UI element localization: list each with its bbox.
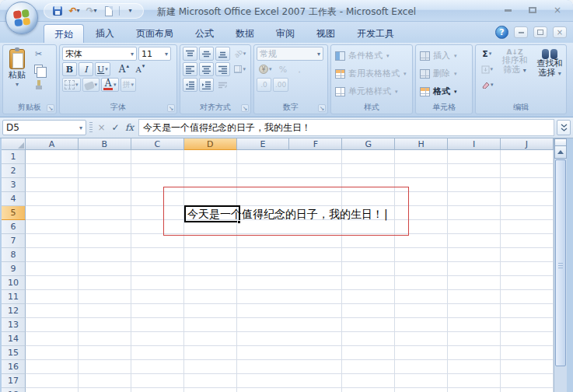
expand-formula-bar-button[interactable] xyxy=(557,120,571,135)
maximize-button[interactable] xyxy=(525,5,540,16)
orientation-button[interactable]: ab▾ xyxy=(232,47,248,61)
number-dialog-launcher[interactable]: ↘ xyxy=(318,104,326,112)
align-left-button[interactable] xyxy=(183,62,197,76)
row-header-13[interactable]: 13 xyxy=(2,318,26,332)
clear-button[interactable]: ▾ xyxy=(478,78,496,92)
column-header-A[interactable]: A xyxy=(26,138,79,150)
close-button[interactable]: × xyxy=(550,5,565,16)
scrollbar-thumb[interactable] xyxy=(555,159,566,366)
row-header-12[interactable]: 12 xyxy=(2,304,26,318)
row-header-15[interactable]: 15 xyxy=(2,346,26,360)
conditional-formatting-button[interactable]: 条件格式▾ xyxy=(334,48,410,63)
underline-button[interactable]: U▾ xyxy=(95,62,110,76)
copy-button[interactable] xyxy=(31,62,46,76)
ribbon-minimize-button[interactable] xyxy=(514,26,528,38)
phonetic-button[interactable]: 拼▾ xyxy=(121,78,137,92)
alignment-dialog-launcher[interactable]: ↘ xyxy=(241,104,249,112)
insert-cells-button[interactable]: 插入▾ xyxy=(418,48,470,63)
font-color-button[interactable]: A▾ xyxy=(101,78,119,92)
fill-color-button[interactable]: ▾ xyxy=(82,78,100,92)
number-format-combo[interactable]: 常规▾ xyxy=(257,47,323,61)
column-header-F[interactable]: F xyxy=(289,138,342,150)
formula-bar-gripper[interactable] xyxy=(89,122,93,133)
cell-styles-button[interactable]: 单元格样式▾ xyxy=(334,84,410,99)
clipboard-dialog-launcher[interactable]: ↘ xyxy=(47,104,54,112)
cut-button[interactable]: ✂ xyxy=(31,47,46,61)
align-center-button[interactable] xyxy=(199,62,214,76)
wrap-text-button[interactable] xyxy=(215,78,230,92)
column-header-G[interactable]: G xyxy=(342,138,395,150)
row-header-17[interactable]: 17 xyxy=(2,374,26,388)
ribbon-restore-button[interactable] xyxy=(533,26,547,38)
row-header-5[interactable]: 5 xyxy=(2,206,26,220)
fill-button[interactable]: ▾ xyxy=(478,62,496,76)
align-bottom-button[interactable] xyxy=(215,47,230,61)
insert-function-button[interactable]: fx xyxy=(123,120,136,135)
borders-button[interactable]: ▾ xyxy=(62,78,81,92)
ribbon-close-button[interactable]: × xyxy=(553,26,567,38)
row-header-8[interactable]: 8 xyxy=(2,248,26,262)
paste-button[interactable]: 粘贴 ▾ xyxy=(5,47,29,100)
align-top-button[interactable] xyxy=(183,47,197,61)
bold-button[interactable]: B xyxy=(62,62,77,76)
row-header-11[interactable]: 11 xyxy=(2,290,26,304)
column-header-C[interactable]: C xyxy=(131,138,184,150)
row-header-14[interactable]: 14 xyxy=(2,332,26,346)
row-header-7[interactable]: 7 xyxy=(2,234,26,248)
sort-filter-button[interactable]: A↓Z 排序和筛选 ▾ xyxy=(499,47,531,100)
row-header-2[interactable]: 2 xyxy=(2,164,26,178)
column-header-H[interactable]: H xyxy=(395,138,448,150)
column-header-D[interactable]: D xyxy=(184,138,237,150)
font-size-combo[interactable]: 11▾ xyxy=(138,47,171,61)
save-button[interactable] xyxy=(51,5,64,17)
increase-indent-button[interactable] xyxy=(199,78,214,92)
help-button[interactable]: ? xyxy=(495,26,508,39)
row-header-10[interactable]: 10 xyxy=(2,276,26,290)
undo-button[interactable]: ↶▾ xyxy=(68,5,81,17)
grow-font-button[interactable]: A▴ xyxy=(117,62,131,76)
tab-开发工具[interactable]: 开发工具 xyxy=(347,24,404,43)
select-all-corner[interactable] xyxy=(2,138,26,150)
row-header-18[interactable]: 18 xyxy=(2,388,26,392)
column-header-E[interactable]: E xyxy=(237,138,290,150)
name-box[interactable]: D5 ▾ xyxy=(2,120,86,135)
scroll-up-button[interactable] xyxy=(554,146,567,159)
delete-cells-button[interactable]: 删除▾ xyxy=(418,66,470,81)
row-header-1[interactable]: 1 xyxy=(2,150,26,164)
enter-button[interactable]: ✓ xyxy=(109,120,122,135)
format-cells-button[interactable]: 格式▾ xyxy=(418,84,470,99)
autosum-button[interactable]: Σ▾ xyxy=(478,47,496,61)
decrease-decimal-button[interactable]: .00 xyxy=(273,78,288,92)
office-button[interactable] xyxy=(5,2,38,34)
percent-button[interactable]: % xyxy=(276,62,291,76)
tab-数据[interactable]: 数据 xyxy=(225,24,264,43)
tab-视图[interactable]: 视图 xyxy=(306,24,345,43)
row-header-3[interactable]: 3 xyxy=(2,178,26,192)
cancel-button[interactable]: × xyxy=(95,120,108,135)
tab-页面布局[interactable]: 页面布局 xyxy=(126,24,183,43)
italic-button[interactable]: I xyxy=(79,62,93,76)
format-painter-button[interactable] xyxy=(31,78,46,92)
vertical-scrollbar[interactable] xyxy=(554,138,567,392)
row-header-4[interactable]: 4 xyxy=(2,192,26,206)
shrink-font-button[interactable]: A▾ xyxy=(133,62,148,76)
column-header-I[interactable]: I xyxy=(448,138,501,150)
accounting-format-button[interactable]: ¥▾ xyxy=(257,62,274,76)
minimize-button[interactable] xyxy=(500,5,515,16)
decrease-indent-button[interactable] xyxy=(183,78,197,92)
split-handle[interactable] xyxy=(554,138,567,146)
format-as-table-button[interactable]: 套用表格格式▾ xyxy=(334,66,410,81)
font-name-combo[interactable]: 宋体▾ xyxy=(62,47,137,61)
tab-审阅[interactable]: 审阅 xyxy=(266,24,305,43)
merge-center-button[interactable]: ▾ xyxy=(232,62,248,76)
find-select-button[interactable]: 查找和选择 ▾ xyxy=(534,47,566,100)
tab-开始[interactable]: 开始 xyxy=(44,24,84,43)
column-header-J[interactable]: J xyxy=(501,138,554,150)
align-right-button[interactable] xyxy=(215,62,230,76)
row-header-9[interactable]: 9 xyxy=(2,262,26,276)
formula-input[interactable]: 今天是一个值得纪念的日子，我的生日！ xyxy=(138,119,554,136)
increase-decimal-button[interactable]: .0 xyxy=(257,78,271,92)
column-header-B[interactable]: B xyxy=(79,138,131,150)
comma-button[interactable]: ， xyxy=(292,62,307,76)
tab-公式[interactable]: 公式 xyxy=(185,24,224,43)
